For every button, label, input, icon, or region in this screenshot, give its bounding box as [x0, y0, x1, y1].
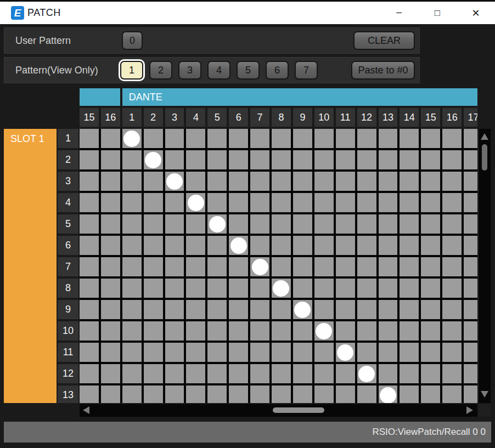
matrix-cell[interactable] [293, 321, 312, 341]
matrix-cell[interactable] [144, 343, 163, 362]
matrix-cell[interactable] [229, 300, 248, 319]
matrix-cell[interactable] [122, 236, 142, 255]
matrix-cell[interactable] [165, 129, 184, 148]
matrix-cell[interactable] [207, 364, 227, 383]
matrix-cell[interactable] [314, 257, 334, 276]
pattern-button-4[interactable]: 4 [207, 61, 230, 80]
horizontal-scrollbar[interactable] [80, 404, 477, 417]
matrix-cell[interactable] [101, 343, 120, 362]
matrix-cell[interactable] [421, 193, 440, 212]
matrix-cell[interactable] [250, 385, 269, 403]
matrix-cell[interactable] [421, 321, 440, 341]
matrix-cell[interactable] [165, 257, 184, 276]
matrix-cell[interactable] [442, 193, 462, 212]
matrix-cell[interactable] [207, 385, 227, 403]
matrix-cell[interactable] [336, 257, 355, 276]
matrix-cell[interactable] [336, 150, 355, 169]
matrix-cell[interactable] [464, 236, 477, 255]
matrix-cell[interactable] [229, 172, 248, 191]
pattern-button-6[interactable]: 6 [266, 61, 289, 80]
matrix-cell[interactable] [379, 150, 398, 169]
matrix-cell[interactable] [165, 214, 184, 234]
matrix-cell[interactable] [357, 172, 376, 191]
matrix-cell[interactable] [293, 214, 312, 234]
matrix-cell[interactable] [229, 150, 248, 169]
matrix-cell[interactable] [80, 343, 99, 362]
matrix-cell[interactable] [442, 214, 462, 234]
matrix-cell[interactable] [421, 214, 440, 234]
matrix-cell[interactable] [421, 300, 440, 319]
matrix-cell[interactable] [80, 321, 99, 341]
matrix-cell[interactable] [421, 257, 440, 276]
matrix-cell[interactable] [464, 279, 477, 298]
matrix-cell[interactable] [400, 236, 419, 255]
matrix-cell[interactable] [464, 364, 477, 383]
matrix-cell[interactable] [442, 257, 462, 276]
matrix-cell[interactable] [80, 279, 99, 298]
matrix-cell[interactable] [336, 343, 355, 362]
matrix-cell[interactable] [357, 236, 376, 255]
matrix-cell[interactable] [336, 321, 355, 341]
pattern-button-7[interactable]: 7 [295, 61, 318, 80]
pattern-button-1[interactable]: 1 [120, 61, 143, 80]
matrix-cell[interactable] [101, 129, 120, 148]
matrix-cell[interactable] [293, 385, 312, 403]
matrix-cell[interactable] [293, 129, 312, 148]
scroll-up-icon[interactable] [481, 133, 488, 140]
matrix-cell[interactable] [400, 385, 419, 403]
matrix-cell[interactable] [250, 343, 269, 362]
matrix-cell[interactable] [229, 214, 248, 234]
close-button[interactable]: ✕ [457, 2, 495, 24]
matrix-cell[interactable] [122, 321, 142, 341]
matrix-cell[interactable] [400, 150, 419, 169]
matrix-cell[interactable] [229, 321, 248, 341]
matrix-cell[interactable] [400, 172, 419, 191]
matrix-cell[interactable] [250, 300, 269, 319]
matrix-cell[interactable] [207, 343, 227, 362]
matrix-cell[interactable] [314, 343, 334, 362]
matrix-cell[interactable] [229, 236, 248, 255]
matrix-cell[interactable] [250, 236, 269, 255]
matrix-cell[interactable] [186, 172, 205, 191]
matrix-cell[interactable] [293, 150, 312, 169]
matrix-cell[interactable] [207, 279, 227, 298]
matrix-cell[interactable] [186, 150, 205, 169]
matrix-cell[interactable] [207, 321, 227, 341]
matrix-cell[interactable] [442, 343, 462, 362]
matrix-cell[interactable] [293, 172, 312, 191]
matrix-cell[interactable] [357, 364, 376, 383]
matrix-cell[interactable] [144, 193, 163, 212]
matrix-cell[interactable] [314, 150, 334, 169]
matrix-cell[interactable] [101, 279, 120, 298]
matrix-cell[interactable] [421, 343, 440, 362]
matrix-cell[interactable] [379, 236, 398, 255]
scroll-down-icon[interactable] [481, 391, 488, 398]
matrix-cell[interactable] [80, 193, 99, 212]
matrix-cell[interactable] [165, 300, 184, 319]
matrix-cell[interactable] [336, 129, 355, 148]
matrix-cell[interactable] [272, 300, 291, 319]
matrix-cell[interactable] [122, 129, 142, 148]
matrix-cell[interactable] [207, 257, 227, 276]
matrix-cell[interactable] [379, 129, 398, 148]
matrix-cell[interactable] [293, 257, 312, 276]
matrix-cell[interactable] [165, 236, 184, 255]
matrix-cell[interactable] [464, 300, 477, 319]
matrix-cell[interactable] [250, 150, 269, 169]
clear-button[interactable]: CLEAR [353, 31, 415, 50]
matrix-cell[interactable] [101, 364, 120, 383]
matrix-cell[interactable] [229, 279, 248, 298]
matrix-cell[interactable] [421, 364, 440, 383]
matrix-cell[interactable] [122, 385, 142, 403]
matrix-cell[interactable] [357, 193, 376, 212]
matrix-cell[interactable] [165, 385, 184, 403]
matrix-cell[interactable] [144, 300, 163, 319]
matrix-cell[interactable] [293, 236, 312, 255]
matrix-cell[interactable] [336, 385, 355, 403]
matrix-cell[interactable] [336, 193, 355, 212]
matrix-cell[interactable] [250, 172, 269, 191]
scroll-right-icon[interactable] [466, 406, 473, 414]
matrix-cell[interactable] [122, 193, 142, 212]
pattern-button-3[interactable]: 3 [178, 61, 201, 80]
matrix-cell[interactable] [229, 343, 248, 362]
